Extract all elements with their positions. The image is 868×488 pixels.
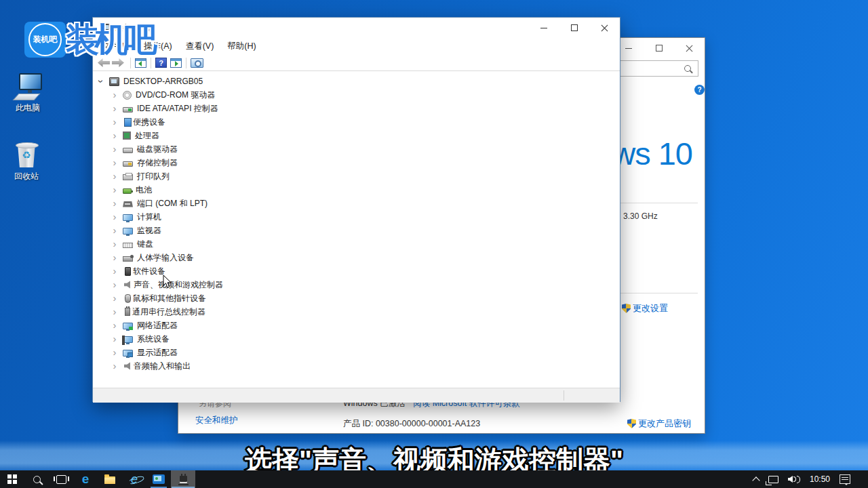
tree-item-label: 便携设备: [133, 117, 165, 128]
tree-item-label: 鼠标和其他指针设备: [133, 293, 206, 304]
collapse-chevron-icon[interactable]: [97, 77, 105, 85]
expand-chevron-icon[interactable]: [111, 226, 119, 235]
tree-item-hid[interactable]: 人体学输入设备: [93, 251, 620, 264]
action-center-icon[interactable]: [840, 474, 850, 484]
expand-chevron-icon[interactable]: [111, 362, 119, 370]
tree-item-battery[interactable]: 电池: [93, 183, 620, 197]
device-category-icon: [123, 243, 133, 248]
device-tree-children: DVD/CD-ROM 驱动器 IDE ATA/ATAPI 控制器 便携设备 处理…: [93, 88, 620, 373]
change-settings-link[interactable]: 更改设置: [622, 302, 668, 314]
device-category-icon: [123, 350, 133, 357]
expand-chevron-icon[interactable]: [111, 240, 119, 248]
device-category-icon: [124, 118, 132, 127]
tree-item-mouse[interactable]: 鼠标和其他指针设备: [93, 291, 620, 305]
expand-chevron-icon[interactable]: [111, 321, 119, 329]
tree-item-printer[interactable]: 打印队列: [93, 169, 620, 183]
taskbar-clock[interactable]: 10:50: [810, 474, 830, 484]
tree-item-label: 网络适配器: [137, 320, 178, 331]
tree-item-monitor[interactable]: 计算机: [93, 210, 620, 224]
edge-button[interactable]: [73, 470, 98, 488]
tree-item-system[interactable]: 系统设备: [93, 332, 620, 346]
start-button[interactable]: [0, 470, 24, 488]
toolbar-separator: [151, 58, 151, 68]
sys-maximize-button[interactable]: [644, 38, 674, 58]
expand-chevron-icon[interactable]: [111, 199, 119, 207]
expand-chevron-icon[interactable]: [111, 253, 119, 262]
expand-chevron-icon[interactable]: [111, 104, 119, 113]
tree-item-drive[interactable]: 磁盘驱动器: [93, 142, 620, 156]
device-category-icon: [123, 131, 131, 140]
expand-chevron-icon[interactable]: [111, 281, 119, 289]
sys-close-button[interactable]: [674, 38, 705, 58]
recycle-bin-icon: ♻: [13, 139, 40, 169]
expand-chevron-icon[interactable]: [111, 131, 119, 140]
change-product-key-link[interactable]: 更改产品密钥: [627, 418, 691, 430]
computer-icon: [109, 77, 119, 86]
menu-help[interactable]: 帮助(H): [220, 38, 262, 55]
tree-item-label: 端口 (COM 和 LPT): [137, 198, 208, 209]
expand-chevron-icon[interactable]: [111, 348, 119, 357]
action-pane-icon[interactable]: [170, 58, 182, 68]
dm-maximize-button[interactable]: [559, 18, 589, 38]
desktop-icon-recycle-bin[interactable]: ♻ 回收站: [3, 139, 50, 182]
expand-chevron-icon[interactable]: [111, 172, 119, 180]
tree-item-display[interactable]: 显示适配器: [93, 346, 620, 359]
taskbar-search-button[interactable]: [24, 470, 49, 488]
security-maintenance-link[interactable]: 安全和维护: [195, 415, 238, 426]
uac-shield-icon: [622, 304, 631, 313]
help-toolbar-icon[interactable]: ?: [155, 58, 167, 68]
expand-chevron-icon[interactable]: [111, 294, 119, 302]
console-tree-icon[interactable]: [135, 58, 146, 68]
expand-chevron-icon[interactable]: [111, 335, 119, 343]
tree-item-keyboard[interactable]: 键盘: [93, 237, 620, 251]
device-tree: DESKTOP-ARRGB05 DVD/CD-ROM 驱动器 IDE ATA/A…: [93, 75, 620, 388]
zhuangjiba-app-button[interactable]: [146, 470, 171, 488]
network-icon[interactable]: [768, 476, 778, 483]
expand-chevron-icon[interactable]: [111, 267, 119, 275]
back-arrow-icon[interactable]: [98, 58, 110, 67]
device-category-icon: [125, 308, 130, 316]
product-id-text: 产品 ID: 00380-00000-00001-AA123: [343, 418, 480, 430]
expand-chevron-icon[interactable]: [111, 308, 119, 316]
tree-item-label: 显示适配器: [137, 347, 178, 359]
forward-arrow-icon[interactable]: [112, 58, 124, 67]
tree-item-label: 监视器: [137, 225, 161, 237]
tree-item-usb[interactable]: 通用串行总线控制器: [93, 305, 620, 319]
scan-hardware-changes-icon[interactable]: [191, 58, 203, 68]
desktop-icon-this-pc[interactable]: 此电脑: [4, 73, 52, 114]
expand-chevron-icon[interactable]: [111, 118, 119, 126]
task-view-button[interactable]: [49, 470, 73, 488]
taskbar: 10:50: [0, 470, 868, 488]
tree-item-monitor[interactable]: 监视器: [93, 224, 620, 237]
tray-chevron-up-icon[interactable]: [752, 476, 760, 484]
tree-item-portable[interactable]: 便携设备: [93, 115, 620, 129]
internet-explorer-button[interactable]: [122, 470, 146, 488]
tree-item-disc[interactable]: DVD/CD-ROM 驱动器: [93, 88, 620, 102]
device-manager-taskbar-button[interactable]: [171, 470, 195, 488]
expand-chevron-icon[interactable]: [111, 145, 119, 153]
tree-root-computer[interactable]: DESKTOP-ARRGB05: [93, 75, 620, 88]
expand-chevron-icon[interactable]: [111, 186, 119, 194]
tree-item-label: 存储控制器: [137, 157, 178, 169]
tree-item-cpu[interactable]: 处理器: [93, 129, 620, 142]
device-category-icon: [123, 256, 133, 262]
expand-chevron-icon[interactable]: [111, 91, 119, 99]
help-circle-icon[interactable]: ?: [694, 85, 705, 95]
menu-view[interactable]: 查看(V): [179, 38, 221, 55]
tree-item-port[interactable]: 端口 (COM 和 LPT): [93, 197, 620, 210]
tree-item-network[interactable]: 网络适配器: [93, 319, 620, 332]
folder-icon: [104, 476, 115, 484]
tree-item-speaker[interactable]: 音频输入和输出: [93, 359, 620, 373]
cpu-speed-text: 3.30 GHz: [623, 211, 658, 221]
toolbar-separator: [186, 58, 186, 68]
file-explorer-button[interactable]: [98, 470, 122, 488]
this-pc-icon: [14, 73, 41, 100]
tree-item-storage[interactable]: 存储控制器: [93, 156, 620, 169]
dm-close-button[interactable]: [589, 18, 620, 38]
expand-chevron-icon[interactable]: [111, 159, 119, 167]
tree-item-ide[interactable]: IDE ATA/ATAPI 控制器: [93, 102, 620, 115]
uac-shield-icon: [627, 419, 636, 428]
expand-chevron-icon[interactable]: [111, 213, 119, 221]
dm-minimize-button[interactable]: [528, 18, 559, 38]
volume-icon[interactable]: [788, 476, 800, 483]
